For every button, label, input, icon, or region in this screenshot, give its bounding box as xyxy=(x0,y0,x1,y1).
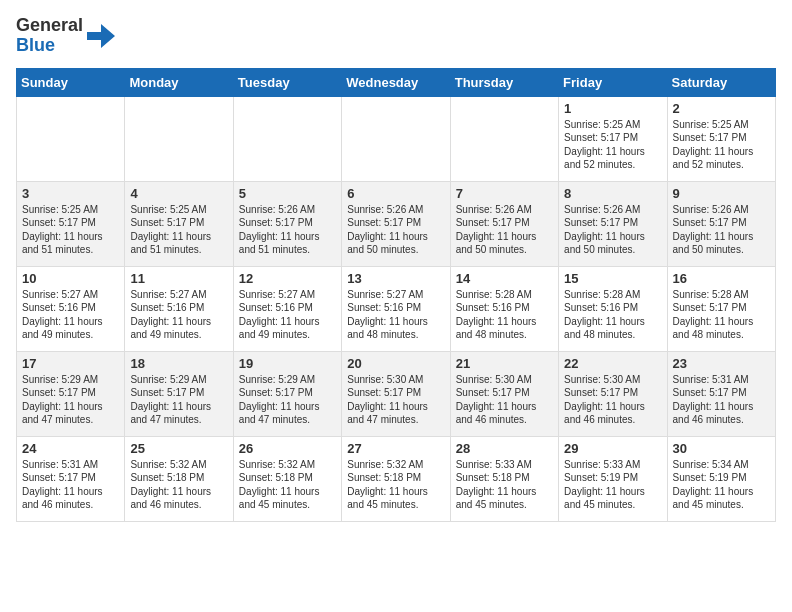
calendar-day-24: 24Sunrise: 5:31 AMSunset: 5:17 PMDayligh… xyxy=(17,436,125,521)
calendar-day-5: 5Sunrise: 5:26 AMSunset: 5:17 PMDaylight… xyxy=(233,181,341,266)
day-number: 6 xyxy=(347,186,444,201)
day-number: 21 xyxy=(456,356,553,371)
day-content: Sunrise: 5:29 AMSunset: 5:17 PMDaylight:… xyxy=(239,373,336,427)
day-content: Sunrise: 5:33 AMSunset: 5:18 PMDaylight:… xyxy=(456,458,553,512)
day-content: Sunrise: 5:29 AMSunset: 5:17 PMDaylight:… xyxy=(22,373,119,427)
calendar-day-4: 4Sunrise: 5:25 AMSunset: 5:17 PMDaylight… xyxy=(125,181,233,266)
day-number: 23 xyxy=(673,356,770,371)
day-content: Sunrise: 5:27 AMSunset: 5:16 PMDaylight:… xyxy=(239,288,336,342)
day-number: 8 xyxy=(564,186,661,201)
calendar-day-7: 7Sunrise: 5:26 AMSunset: 5:17 PMDaylight… xyxy=(450,181,558,266)
day-number: 9 xyxy=(673,186,770,201)
weekday-header-row: SundayMondayTuesdayWednesdayThursdayFrid… xyxy=(17,68,776,96)
day-content: Sunrise: 5:25 AMSunset: 5:17 PMDaylight:… xyxy=(673,118,770,172)
day-content: Sunrise: 5:25 AMSunset: 5:17 PMDaylight:… xyxy=(130,203,227,257)
calendar-day-28: 28Sunrise: 5:33 AMSunset: 5:18 PMDayligh… xyxy=(450,436,558,521)
day-number: 15 xyxy=(564,271,661,286)
empty-day xyxy=(17,96,125,181)
day-number: 26 xyxy=(239,441,336,456)
day-content: Sunrise: 5:25 AMSunset: 5:17 PMDaylight:… xyxy=(22,203,119,257)
calendar-day-8: 8Sunrise: 5:26 AMSunset: 5:17 PMDaylight… xyxy=(559,181,667,266)
day-number: 28 xyxy=(456,441,553,456)
day-content: Sunrise: 5:28 AMSunset: 5:17 PMDaylight:… xyxy=(673,288,770,342)
day-number: 5 xyxy=(239,186,336,201)
day-number: 2 xyxy=(673,101,770,116)
calendar-day-13: 13Sunrise: 5:27 AMSunset: 5:16 PMDayligh… xyxy=(342,266,450,351)
day-number: 27 xyxy=(347,441,444,456)
calendar-day-12: 12Sunrise: 5:27 AMSunset: 5:16 PMDayligh… xyxy=(233,266,341,351)
weekday-header-tuesday: Tuesday xyxy=(233,68,341,96)
calendar-week-row: 1Sunrise: 5:25 AMSunset: 5:17 PMDaylight… xyxy=(17,96,776,181)
day-number: 4 xyxy=(130,186,227,201)
day-content: Sunrise: 5:26 AMSunset: 5:17 PMDaylight:… xyxy=(673,203,770,257)
day-content: Sunrise: 5:32 AMSunset: 5:18 PMDaylight:… xyxy=(347,458,444,512)
day-number: 1 xyxy=(564,101,661,116)
day-number: 22 xyxy=(564,356,661,371)
day-content: Sunrise: 5:32 AMSunset: 5:18 PMDaylight:… xyxy=(130,458,227,512)
calendar-day-15: 15Sunrise: 5:28 AMSunset: 5:16 PMDayligh… xyxy=(559,266,667,351)
day-number: 25 xyxy=(130,441,227,456)
day-content: Sunrise: 5:30 AMSunset: 5:17 PMDaylight:… xyxy=(456,373,553,427)
logo-arrow-icon xyxy=(87,22,115,50)
weekday-header-monday: Monday xyxy=(125,68,233,96)
calendar-week-row: 24Sunrise: 5:31 AMSunset: 5:17 PMDayligh… xyxy=(17,436,776,521)
day-number: 11 xyxy=(130,271,227,286)
calendar-day-14: 14Sunrise: 5:28 AMSunset: 5:16 PMDayligh… xyxy=(450,266,558,351)
calendar-day-30: 30Sunrise: 5:34 AMSunset: 5:19 PMDayligh… xyxy=(667,436,775,521)
day-number: 20 xyxy=(347,356,444,371)
logo-general-text: General xyxy=(16,16,83,36)
calendar-day-18: 18Sunrise: 5:29 AMSunset: 5:17 PMDayligh… xyxy=(125,351,233,436)
day-content: Sunrise: 5:30 AMSunset: 5:17 PMDaylight:… xyxy=(347,373,444,427)
svg-marker-0 xyxy=(87,24,115,48)
calendar-table: SundayMondayTuesdayWednesdayThursdayFrid… xyxy=(16,68,776,522)
day-content: Sunrise: 5:32 AMSunset: 5:18 PMDaylight:… xyxy=(239,458,336,512)
day-number: 14 xyxy=(456,271,553,286)
calendar-day-9: 9Sunrise: 5:26 AMSunset: 5:17 PMDaylight… xyxy=(667,181,775,266)
calendar-day-16: 16Sunrise: 5:28 AMSunset: 5:17 PMDayligh… xyxy=(667,266,775,351)
calendar-day-6: 6Sunrise: 5:26 AMSunset: 5:17 PMDaylight… xyxy=(342,181,450,266)
calendar-day-22: 22Sunrise: 5:30 AMSunset: 5:17 PMDayligh… xyxy=(559,351,667,436)
calendar-day-29: 29Sunrise: 5:33 AMSunset: 5:19 PMDayligh… xyxy=(559,436,667,521)
day-content: Sunrise: 5:27 AMSunset: 5:16 PMDaylight:… xyxy=(22,288,119,342)
day-content: Sunrise: 5:26 AMSunset: 5:17 PMDaylight:… xyxy=(347,203,444,257)
weekday-header-wednesday: Wednesday xyxy=(342,68,450,96)
day-number: 30 xyxy=(673,441,770,456)
day-number: 29 xyxy=(564,441,661,456)
calendar-week-row: 3Sunrise: 5:25 AMSunset: 5:17 PMDaylight… xyxy=(17,181,776,266)
day-content: Sunrise: 5:33 AMSunset: 5:19 PMDaylight:… xyxy=(564,458,661,512)
day-number: 13 xyxy=(347,271,444,286)
day-number: 16 xyxy=(673,271,770,286)
day-number: 18 xyxy=(130,356,227,371)
calendar-day-17: 17Sunrise: 5:29 AMSunset: 5:17 PMDayligh… xyxy=(17,351,125,436)
day-content: Sunrise: 5:30 AMSunset: 5:17 PMDaylight:… xyxy=(564,373,661,427)
day-number: 12 xyxy=(239,271,336,286)
day-number: 24 xyxy=(22,441,119,456)
empty-day xyxy=(342,96,450,181)
calendar-day-11: 11Sunrise: 5:27 AMSunset: 5:16 PMDayligh… xyxy=(125,266,233,351)
calendar-day-25: 25Sunrise: 5:32 AMSunset: 5:18 PMDayligh… xyxy=(125,436,233,521)
weekday-header-friday: Friday xyxy=(559,68,667,96)
day-content: Sunrise: 5:25 AMSunset: 5:17 PMDaylight:… xyxy=(564,118,661,172)
calendar-day-1: 1Sunrise: 5:25 AMSunset: 5:17 PMDaylight… xyxy=(559,96,667,181)
calendar-day-23: 23Sunrise: 5:31 AMSunset: 5:17 PMDayligh… xyxy=(667,351,775,436)
day-content: Sunrise: 5:31 AMSunset: 5:17 PMDaylight:… xyxy=(673,373,770,427)
day-content: Sunrise: 5:27 AMSunset: 5:16 PMDaylight:… xyxy=(130,288,227,342)
calendar-day-10: 10Sunrise: 5:27 AMSunset: 5:16 PMDayligh… xyxy=(17,266,125,351)
calendar-day-20: 20Sunrise: 5:30 AMSunset: 5:17 PMDayligh… xyxy=(342,351,450,436)
calendar-day-21: 21Sunrise: 5:30 AMSunset: 5:17 PMDayligh… xyxy=(450,351,558,436)
empty-day xyxy=(450,96,558,181)
day-number: 10 xyxy=(22,271,119,286)
logo-blue-text: Blue xyxy=(16,36,83,56)
day-content: Sunrise: 5:34 AMSunset: 5:19 PMDaylight:… xyxy=(673,458,770,512)
calendar-day-19: 19Sunrise: 5:29 AMSunset: 5:17 PMDayligh… xyxy=(233,351,341,436)
day-content: Sunrise: 5:27 AMSunset: 5:16 PMDaylight:… xyxy=(347,288,444,342)
day-content: Sunrise: 5:31 AMSunset: 5:17 PMDaylight:… xyxy=(22,458,119,512)
day-content: Sunrise: 5:28 AMSunset: 5:16 PMDaylight:… xyxy=(456,288,553,342)
day-content: Sunrise: 5:26 AMSunset: 5:17 PMDaylight:… xyxy=(456,203,553,257)
weekday-header-saturday: Saturday xyxy=(667,68,775,96)
empty-day xyxy=(233,96,341,181)
day-content: Sunrise: 5:28 AMSunset: 5:16 PMDaylight:… xyxy=(564,288,661,342)
day-number: 19 xyxy=(239,356,336,371)
empty-day xyxy=(125,96,233,181)
day-number: 3 xyxy=(22,186,119,201)
